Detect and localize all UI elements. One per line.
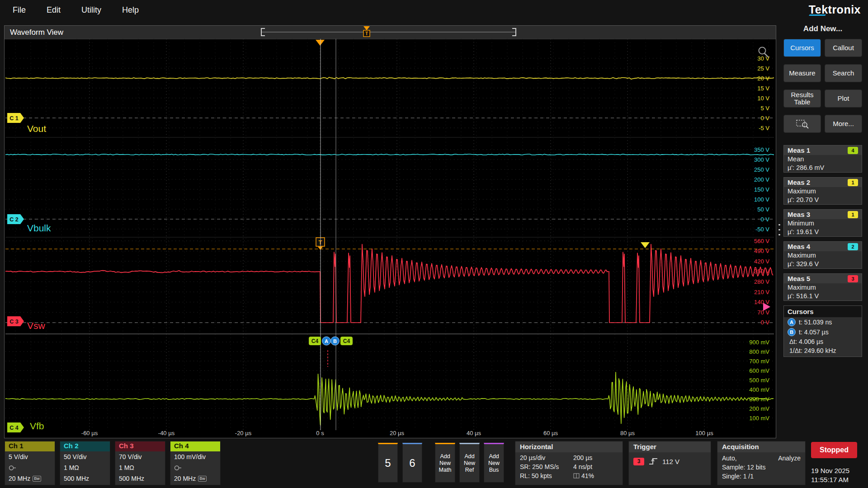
acquisition-mode: Auto,: [722, 455, 737, 462]
trigger-panel[interactable]: Trigger 3 112 V: [628, 441, 711, 485]
zoom-area-icon: [796, 118, 809, 129]
channel-scale: 5 V/div: [5, 451, 55, 462]
channel-2-card[interactable]: Ch 2 50 V/div 1 MΩ 500 MHz: [60, 441, 110, 485]
channel-scale: 70 V/div: [115, 451, 165, 462]
meas-5-panel[interactable]: Meas 53 Maximum µ': 516.1 V: [783, 273, 862, 301]
results-table-button[interactable]: Results Table: [783, 89, 821, 108]
acquisition-title: Acquisition: [717, 441, 805, 452]
probe-icon: [174, 465, 182, 471]
add-new-math-button[interactable]: Add New Math: [435, 443, 455, 483]
channel-5-label: 5: [385, 457, 391, 469]
sidebar-title: Add New...: [783, 24, 862, 35]
channel-bandwidth: 20 MHz: [9, 475, 30, 482]
cursor-b-time: t: 4.057 µs: [799, 328, 829, 336]
plot-button[interactable]: Plot: [825, 89, 862, 108]
probe-icon: [9, 465, 16, 471]
add-new-bus-button[interactable]: Add New Bus: [484, 443, 504, 483]
channel-3-card[interactable]: Ch 3 70 V/div 1 MΩ 500 MHz: [115, 441, 165, 485]
tektronix-logo: Tektronix: [809, 3, 861, 16]
clock-label: 11:55:17 AM: [811, 476, 849, 483]
channel-5-button[interactable]: 5: [378, 443, 398, 483]
channel-impedance: 1 MΩ: [115, 462, 165, 473]
meas-3-panel[interactable]: Meas 31 Minimum µ': 19.61 V: [783, 209, 862, 237]
add-math-line: Add: [435, 453, 455, 460]
cursor-b-badge: B: [788, 328, 796, 336]
cursor-a-time: t: 51.039 ns: [799, 319, 832, 326]
cursors-button[interactable]: Cursors: [783, 39, 821, 57]
meas-1-panel[interactable]: Meas 14 Mean µ': 286.6 mV: [783, 145, 862, 173]
sidebar-button-grid: Cursors Callout Measure Search Results T…: [783, 39, 862, 133]
add-new-sidebar: Add New... Cursors Callout Measure Searc…: [783, 23, 862, 357]
bandwidth-limit-badge: Bw: [198, 476, 207, 482]
menu-file[interactable]: File: [13, 5, 26, 15]
cursor-a-badge: A: [788, 318, 796, 326]
meas-value: µ': 286.6 mV: [784, 164, 862, 172]
channel-label: Ch 2: [60, 441, 110, 451]
cursors-panel-title: Cursors: [784, 306, 862, 317]
channel-label: Ch 3: [115, 441, 165, 451]
sample-interval: 4 ns/pt: [573, 463, 618, 470]
channel-4-card[interactable]: Ch 4 100 mV/div 20 MHzBw: [170, 441, 221, 485]
measure-button[interactable]: Measure: [783, 64, 821, 82]
logo-text: Tektronix: [809, 3, 861, 16]
add-ref-line: Add: [460, 453, 479, 460]
meas-4-panel[interactable]: Meas 42 Maximum µ': 329.6 V: [783, 241, 862, 269]
add-ref-line: New: [460, 460, 479, 467]
cursors-results-panel[interactable]: Cursors At: 51.039 ns Bt: 4.057 µs Δt: 4…: [783, 305, 862, 357]
add-bus-line: Add: [484, 453, 504, 460]
channel-scale: 50 V/div: [60, 451, 110, 462]
waveform-view-panel: Waveform View: [4, 25, 776, 438]
add-math-line: Math: [435, 467, 455, 474]
acquisition-panel[interactable]: Acquisition Auto, Analyze Sample: 12 bit…: [717, 441, 806, 485]
cursor-inv-delta-t: 1/Δt: 249.60 kHz: [784, 346, 862, 355]
meas-value: µ': 20.70 V: [784, 196, 862, 204]
acquisition-sample: Sample: 12 bits: [717, 462, 805, 471]
menu-utility[interactable]: Utility: [81, 5, 101, 15]
add-bus-line: Bus: [484, 467, 504, 474]
add-new-ref-button[interactable]: Add New Ref: [459, 443, 480, 483]
add-math-line: New: [435, 460, 455, 467]
bottom-bar: Ch 1 5 V/div 20 MHzBw Ch 2 50 V/div 1 MΩ…: [0, 440, 868, 488]
horizontal-position: 41%: [581, 472, 594, 479]
menu-edit[interactable]: Edit: [47, 5, 61, 15]
meas-title: Meas 3: [788, 211, 810, 218]
oscilloscope-ui: File Edit Utility Help Tektronix Wavefor…: [0, 0, 868, 488]
channel-6-button[interactable]: 6: [402, 443, 422, 483]
trigger-level-value: 112 V: [662, 458, 679, 465]
channel-label: Ch 4: [170, 441, 220, 451]
meas-value: µ': 19.61 V: [784, 228, 862, 236]
more-button[interactable]: More...: [825, 115, 862, 133]
channel-bandwidth: 500 MHz: [115, 473, 165, 484]
channel-impedance: 1 MΩ: [60, 462, 110, 473]
horizontal-title: Horizontal: [515, 441, 623, 452]
acquisition-single: Single: 1 /1: [717, 471, 805, 480]
meas-2-panel[interactable]: Meas 21 Maximum µ': 20.70 V: [783, 177, 862, 205]
meas-value: µ': 516.1 V: [784, 292, 862, 300]
channel-1-card[interactable]: Ch 1 5 V/div 20 MHzBw: [5, 441, 55, 485]
meas-kind: Mean: [784, 155, 862, 164]
meas-source-badge: 1: [848, 179, 858, 186]
panel-splitter-handle[interactable]: [778, 222, 781, 238]
zoom-mode-button[interactable]: [783, 115, 821, 133]
callout-button[interactable]: Callout: [825, 39, 862, 57]
horizontal-scale: 20 µs/div: [520, 454, 573, 461]
horizontal-panel[interactable]: Horizontal 20 µs/div 200 µs SR: 250 MS/s…: [515, 441, 623, 485]
meas-title: Meas 1: [788, 146, 810, 154]
logo-swash: [809, 14, 826, 16]
meas-kind: Maximum: [784, 251, 862, 260]
acquisition-analyze: Analyze: [778, 455, 801, 462]
meas-kind: Maximum: [784, 283, 862, 292]
run-stop-status[interactable]: Stopped: [811, 442, 857, 458]
trigger-title: Trigger: [629, 441, 711, 452]
meas-kind: Maximum: [784, 187, 862, 196]
meas-title: Meas 2: [788, 178, 810, 186]
search-button[interactable]: Search: [825, 64, 862, 82]
cursor-delta-t: Δt: 4.006 µs: [784, 337, 862, 346]
meas-value: µ': 329.6 V: [784, 260, 862, 268]
meas-source-badge: 3: [848, 275, 858, 282]
menu-help[interactable]: Help: [122, 5, 139, 15]
meas-source-badge: 4: [848, 147, 858, 154]
bandwidth-limit-badge: Bw: [33, 476, 41, 482]
channel-label: Ch 1: [5, 441, 55, 451]
add-bus-line: New: [484, 460, 504, 467]
